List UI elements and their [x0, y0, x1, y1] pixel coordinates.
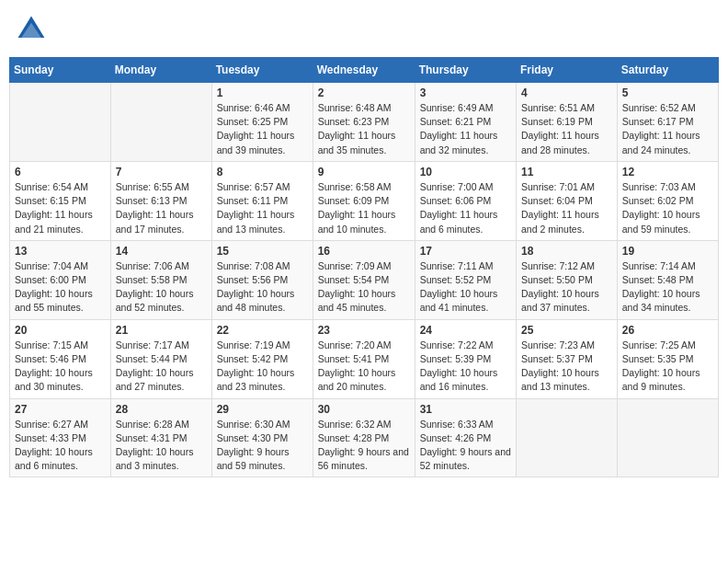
- calendar-cell: [110, 83, 211, 162]
- day-number: 16: [318, 245, 410, 258]
- day-number: 6: [15, 166, 106, 178]
- day-info: Sunrise: 7:17 AM Sunset: 5:44 PM Dayligh…: [116, 339, 207, 395]
- calendar-cell: 5Sunrise: 6:52 AM Sunset: 6:17 PM Daylig…: [617, 83, 718, 162]
- calendar-cell: [617, 398, 718, 477]
- day-number: 29: [217, 403, 308, 416]
- day-info: Sunrise: 6:30 AM Sunset: 4:30 PM Dayligh…: [217, 418, 308, 474]
- calendar-cell: 31Sunrise: 6:33 AM Sunset: 4:26 PM Dayli…: [415, 398, 516, 477]
- day-number: 24: [420, 324, 511, 337]
- day-info: Sunrise: 7:25 AM Sunset: 5:35 PM Dayligh…: [622, 339, 713, 395]
- day-number: 11: [521, 166, 612, 178]
- day-info: Sunrise: 6:48 AM Sunset: 6:23 PM Dayligh…: [318, 101, 410, 157]
- day-number: 21: [116, 324, 207, 337]
- day-number: 10: [420, 166, 511, 178]
- day-info: Sunrise: 7:15 AM Sunset: 5:46 PM Dayligh…: [15, 339, 106, 395]
- calendar-body: 1Sunrise: 6:46 AM Sunset: 6:25 PM Daylig…: [10, 83, 719, 477]
- day-number: 20: [15, 324, 106, 337]
- day-info: Sunrise: 7:22 AM Sunset: 5:39 PM Dayligh…: [420, 339, 511, 395]
- calendar-cell: 4Sunrise: 6:51 AM Sunset: 6:19 PM Daylig…: [517, 83, 618, 162]
- calendar-cell: 29Sunrise: 6:30 AM Sunset: 4:30 PM Dayli…: [211, 398, 313, 477]
- day-number: 5: [622, 86, 713, 99]
- day-info: Sunrise: 6:51 AM Sunset: 6:19 PM Dayligh…: [521, 101, 612, 157]
- day-number: 30: [318, 403, 410, 416]
- day-number: 31: [420, 403, 511, 416]
- calendar-cell: 23Sunrise: 7:20 AM Sunset: 5:41 PM Dayli…: [313, 319, 415, 398]
- calendar-cell: [517, 398, 618, 477]
- day-number: 9: [318, 166, 410, 178]
- day-number: 18: [521, 245, 612, 258]
- day-number: 17: [420, 245, 511, 258]
- day-info: Sunrise: 6:46 AM Sunset: 6:25 PM Dayligh…: [217, 101, 308, 157]
- day-number: 15: [217, 245, 308, 258]
- logo-icon: [15, 13, 48, 46]
- calendar-table: SundayMondayTuesdayWednesdayThursdayFrid…: [9, 57, 719, 477]
- weekday-header-monday: Monday: [110, 58, 211, 83]
- calendar-cell: 7Sunrise: 6:55 AM Sunset: 6:13 PM Daylig…: [110, 161, 211, 240]
- day-info: Sunrise: 7:19 AM Sunset: 5:42 PM Dayligh…: [217, 339, 308, 395]
- calendar-cell: 13Sunrise: 7:04 AM Sunset: 6:00 PM Dayli…: [10, 240, 111, 319]
- day-info: Sunrise: 6:27 AM Sunset: 4:33 PM Dayligh…: [15, 418, 106, 474]
- calendar-cell: 8Sunrise: 6:57 AM Sunset: 6:11 PM Daylig…: [211, 161, 313, 240]
- day-number: 19: [622, 245, 713, 258]
- weekday-header-wednesday: Wednesday: [313, 58, 415, 83]
- day-info: Sunrise: 7:09 AM Sunset: 5:54 PM Dayligh…: [318, 259, 410, 316]
- calendar-week-3: 13Sunrise: 7:04 AM Sunset: 6:00 PM Dayli…: [10, 240, 719, 319]
- calendar-cell: 19Sunrise: 7:14 AM Sunset: 5:48 PM Dayli…: [617, 240, 718, 319]
- day-number: 27: [15, 403, 106, 416]
- weekday-header-tuesday: Tuesday: [211, 58, 313, 83]
- weekday-header-thursday: Thursday: [415, 58, 516, 83]
- calendar-week-5: 27Sunrise: 6:27 AM Sunset: 4:33 PM Dayli…: [10, 398, 719, 477]
- page-header: [9, 9, 719, 50]
- calendar-cell: 17Sunrise: 7:11 AM Sunset: 5:52 PM Dayli…: [415, 240, 516, 319]
- calendar-cell: 16Sunrise: 7:09 AM Sunset: 5:54 PM Dayli…: [313, 240, 415, 319]
- calendar-cell: 28Sunrise: 6:28 AM Sunset: 4:31 PM Dayli…: [110, 398, 211, 477]
- day-number: 23: [318, 324, 410, 337]
- logo: [15, 13, 51, 46]
- day-info: Sunrise: 7:08 AM Sunset: 5:56 PM Dayligh…: [217, 259, 308, 316]
- calendar-week-1: 1Sunrise: 6:46 AM Sunset: 6:25 PM Daylig…: [10, 83, 719, 162]
- day-number: 12: [622, 166, 713, 178]
- calendar-cell: 20Sunrise: 7:15 AM Sunset: 5:46 PM Dayli…: [10, 319, 111, 398]
- calendar-cell: 27Sunrise: 6:27 AM Sunset: 4:33 PM Dayli…: [10, 398, 111, 477]
- day-number: 1: [217, 86, 308, 99]
- weekday-row: SundayMondayTuesdayWednesdayThursdayFrid…: [10, 58, 719, 83]
- weekday-header-saturday: Saturday: [617, 58, 718, 83]
- day-info: Sunrise: 7:11 AM Sunset: 5:52 PM Dayligh…: [420, 259, 511, 316]
- day-number: 26: [622, 324, 713, 337]
- day-info: Sunrise: 7:12 AM Sunset: 5:50 PM Dayligh…: [521, 259, 612, 316]
- weekday-header-friday: Friday: [517, 58, 618, 83]
- day-number: 25: [521, 324, 612, 337]
- day-number: 13: [15, 245, 106, 258]
- day-info: Sunrise: 7:20 AM Sunset: 5:41 PM Dayligh…: [318, 339, 410, 395]
- calendar-header: SundayMondayTuesdayWednesdayThursdayFrid…: [10, 58, 719, 83]
- day-info: Sunrise: 6:57 AM Sunset: 6:11 PM Dayligh…: [217, 180, 308, 236]
- calendar-cell: 22Sunrise: 7:19 AM Sunset: 5:42 PM Dayli…: [211, 319, 313, 398]
- day-info: Sunrise: 7:03 AM Sunset: 6:02 PM Dayligh…: [622, 180, 713, 236]
- day-number: 4: [521, 86, 612, 99]
- day-info: Sunrise: 6:28 AM Sunset: 4:31 PM Dayligh…: [116, 418, 207, 474]
- calendar-cell: 10Sunrise: 7:00 AM Sunset: 6:06 PM Dayli…: [415, 161, 516, 240]
- day-number: 8: [217, 166, 308, 178]
- calendar-cell: 12Sunrise: 7:03 AM Sunset: 6:02 PM Dayli…: [617, 161, 718, 240]
- day-info: Sunrise: 6:49 AM Sunset: 6:21 PM Dayligh…: [420, 101, 511, 157]
- calendar-cell: 1Sunrise: 6:46 AM Sunset: 6:25 PM Daylig…: [211, 83, 313, 162]
- day-number: 7: [116, 166, 207, 178]
- calendar-cell: 2Sunrise: 6:48 AM Sunset: 6:23 PM Daylig…: [313, 83, 415, 162]
- day-info: Sunrise: 7:23 AM Sunset: 5:37 PM Dayligh…: [521, 339, 612, 395]
- calendar-cell: 3Sunrise: 6:49 AM Sunset: 6:21 PM Daylig…: [415, 83, 516, 162]
- day-info: Sunrise: 7:00 AM Sunset: 6:06 PM Dayligh…: [420, 180, 511, 236]
- calendar-week-4: 20Sunrise: 7:15 AM Sunset: 5:46 PM Dayli…: [10, 319, 719, 398]
- day-number: 14: [116, 245, 207, 258]
- day-info: Sunrise: 7:01 AM Sunset: 6:04 PM Dayligh…: [521, 180, 612, 236]
- day-info: Sunrise: 7:14 AM Sunset: 5:48 PM Dayligh…: [622, 259, 713, 316]
- calendar-cell: 15Sunrise: 7:08 AM Sunset: 5:56 PM Dayli…: [211, 240, 313, 319]
- day-info: Sunrise: 7:04 AM Sunset: 6:00 PM Dayligh…: [15, 259, 106, 316]
- calendar-cell: 21Sunrise: 7:17 AM Sunset: 5:44 PM Dayli…: [110, 319, 211, 398]
- calendar-cell: 9Sunrise: 6:58 AM Sunset: 6:09 PM Daylig…: [313, 161, 415, 240]
- calendar-cell: 25Sunrise: 7:23 AM Sunset: 5:37 PM Dayli…: [517, 319, 618, 398]
- weekday-header-sunday: Sunday: [10, 58, 111, 83]
- calendar-cell: 6Sunrise: 6:54 AM Sunset: 6:15 PM Daylig…: [10, 161, 111, 240]
- day-info: Sunrise: 6:32 AM Sunset: 4:28 PM Dayligh…: [318, 418, 410, 474]
- day-info: Sunrise: 6:55 AM Sunset: 6:13 PM Dayligh…: [116, 180, 207, 236]
- day-number: 28: [116, 403, 207, 416]
